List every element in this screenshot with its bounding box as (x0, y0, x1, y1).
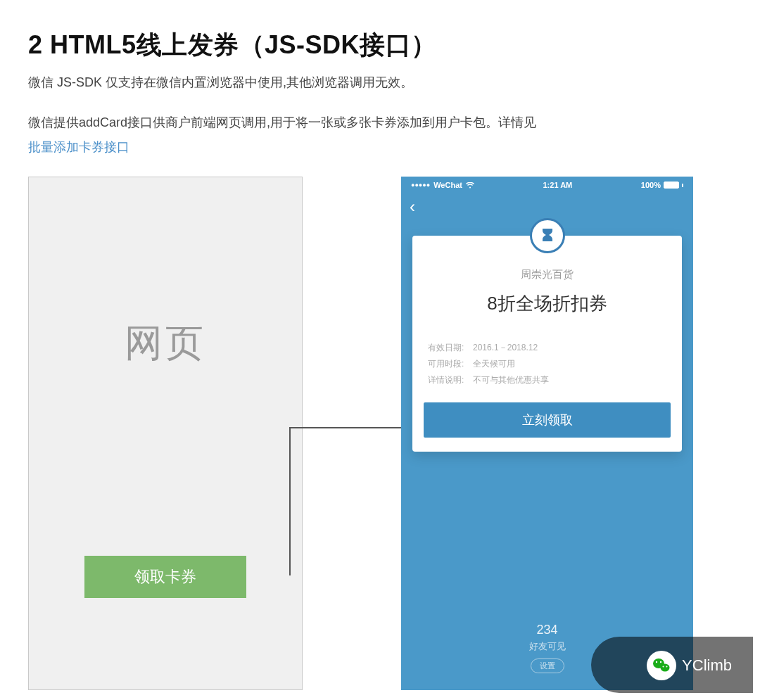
detail-row: 可用时段: 全天候可用 (428, 356, 666, 372)
battery-percent: 100% (641, 181, 661, 189)
coupon-card: 周崇光百货 8折全场折扣券 有效日期: 2016.1－2018.12 可用时段:… (412, 236, 682, 451)
svg-point-5 (666, 666, 668, 668)
wifi-icon (466, 182, 474, 189)
detail-row: 详情说明: 不可与其他优惠共享 (428, 372, 666, 388)
diagram-container: 网页 领取卡券 ●●●●● WeChat 1:21 AM 100% ‹ (28, 177, 732, 697)
merchant-badge (530, 218, 565, 253)
detail-label: 可用时段: (428, 356, 466, 372)
coupon-title: 8折全场折扣券 (412, 291, 682, 316)
detail-label: 详情说明: (428, 372, 466, 388)
status-time: 1:21 AM (543, 181, 573, 189)
batch-add-card-link[interactable]: 批量添加卡券接口 (28, 137, 129, 158)
svg-point-3 (660, 661, 661, 663)
claim-now-button[interactable]: 立刻领取 (424, 402, 671, 438)
battery-cap-icon (682, 184, 683, 187)
svg-point-2 (656, 661, 657, 663)
battery-icon (664, 182, 679, 189)
nav-bar: ‹ (401, 193, 693, 220)
detail-value: 全天候可用 (473, 356, 515, 372)
detail-value: 2016.1－2018.12 (473, 340, 538, 356)
intro-text: 微信提供addCard接口供商户前端网页调用,用于将一张或多张卡券添加到用户卡包… (28, 115, 536, 129)
merchant-name: 周崇光百货 (412, 268, 682, 281)
settings-pill[interactable]: 设置 (531, 658, 564, 673)
signal-dots-icon: ●●●●● (411, 182, 430, 189)
section-heading: 2 HTML5线上发券（JS-SDK接口） (28, 28, 732, 63)
svg-point-4 (663, 666, 664, 668)
bottom-count: 234 (401, 623, 693, 637)
detail-value: 不可与其他优惠共享 (473, 372, 549, 388)
intro-paragraph-2: 微信提供addCard接口供商户前端网页调用,用于将一张或多张卡券添加到用户卡包… (28, 113, 732, 158)
carrier-label: WeChat (433, 181, 462, 189)
webpage-label: 网页 (125, 318, 206, 369)
wechat-logo-icon (647, 651, 676, 680)
intro-paragraph-1: 微信 JS-SDK 仅支持在微信内置浏览器中使用,其他浏览器调用无效。 (28, 72, 732, 93)
detail-row: 有效日期: 2016.1－2018.12 (428, 340, 666, 356)
webpage-mock: 网页 领取卡券 (28, 177, 303, 690)
coupon-details: 有效日期: 2016.1－2018.12 可用时段: 全天候可用 详情说明: 不… (412, 340, 682, 388)
back-chevron-icon[interactable]: ‹ (410, 198, 415, 215)
phone-mock: ●●●●● WeChat 1:21 AM 100% ‹ 周崇光百货 8折 (401, 177, 693, 690)
status-bar: ●●●●● WeChat 1:21 AM 100% (401, 177, 693, 193)
watermark: YClimb (647, 651, 732, 680)
detail-label: 有效日期: (428, 340, 466, 356)
hourglass-icon (539, 227, 556, 244)
watermark-text: YClimb (682, 656, 732, 675)
svg-point-1 (661, 664, 670, 672)
get-coupon-button[interactable]: 领取卡券 (84, 556, 246, 598)
